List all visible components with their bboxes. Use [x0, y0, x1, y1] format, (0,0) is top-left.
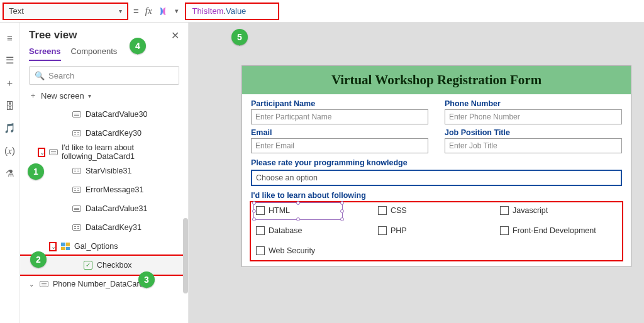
tree-node-learn-datacard[interactable]: ⌄I'd like to learn about following_DataC… [20, 143, 188, 162]
placeholder-text: Enter Email [255, 141, 294, 150]
checkbox-box-icon [378, 206, 387, 215]
close-icon[interactable]: ✕ [171, 30, 179, 41]
placeholder-text: Enter Phone Number [449, 112, 520, 121]
tree-node[interactable]: StarVisible31 [20, 162, 188, 180]
checkbox-box-icon [256, 226, 265, 235]
callout-4: 4 [130, 38, 146, 54]
learn-about-label: I'd like to learn about following [251, 191, 622, 200]
chevron-down-icon[interactable]: ⌄ [49, 242, 57, 251]
tree-node[interactable]: ⌄Phone Number_DataCard1 [20, 275, 188, 293]
checkbox-label: CSS [391, 206, 407, 215]
fx-icon[interactable]: fx [144, 6, 153, 16]
checkbox-websecurity[interactable]: Web Security [256, 246, 373, 255]
job-title-input[interactable]: Enter Job Title [445, 138, 622, 153]
chevron-down-icon[interactable]: ▾ [172, 7, 181, 15]
checkbox-php[interactable]: PHP [378, 226, 495, 235]
participant-name-label: Participant Name [251, 99, 428, 108]
search-icon: 🔍 [35, 71, 45, 80]
media-icon[interactable]: 🎵 [4, 123, 16, 134]
tree-node[interactable]: DataCardValue31 [20, 199, 188, 218]
rate-knowledge-label: Please rate your programming knowledge [251, 158, 622, 167]
left-rail: ≡ ☰ ＋ 🗄 🎵 (𝑥) ⚗ [0, 23, 20, 323]
callout-2: 2 [30, 251, 47, 268]
phone-number-label: Phone Number [445, 99, 622, 108]
email-input[interactable]: Enter Email [251, 138, 428, 153]
placeholder-text: Enter Job Title [449, 141, 497, 150]
tree-node[interactable]: ErrorMessage31 [20, 180, 188, 199]
tree-node-label: DataCardKey30 [86, 129, 142, 138]
tree-node-label: Checkbox [97, 261, 132, 270]
callout-1: 1 [28, 163, 44, 180]
checkbox-label: Web Security [269, 246, 315, 255]
registration-form: Virtual Workshop Registration Form Parti… [242, 65, 631, 267]
checkbox-label: Javascript [513, 206, 548, 215]
tree-node[interactable]: DataCardValue30 [20, 105, 188, 124]
checkbox-database[interactable]: Database [256, 226, 373, 235]
tree-view-panel: Tree view ✕ Screens Components 🔍 Search … [20, 23, 189, 323]
new-screen-label: New screen [41, 91, 84, 101]
tree-node-label: I'd like to learn about following_DataCa… [62, 143, 188, 161]
rate-knowledge-select[interactable]: Choose an option [251, 170, 622, 186]
tree-node-label: DataCardValue31 [86, 204, 147, 213]
equals-sign: = [132, 6, 140, 16]
learn-options-gallery: HTML CSS Javascript Database PHP Front-E… [251, 202, 622, 260]
checkbox-label: Database [269, 226, 303, 235]
chevron-down-icon[interactable]: ⌄ [28, 281, 35, 288]
placeholder-text: Enter Particpant Name [255, 112, 331, 121]
tree-node-label: Gal_Options [74, 242, 118, 251]
search-input[interactable]: 🔍 Search [29, 66, 179, 85]
variables-icon[interactable]: (𝑥) [4, 145, 15, 156]
tree-view-icon[interactable]: ☰ [6, 55, 14, 66]
checkbox-label: PHP [391, 226, 407, 235]
participant-name-input[interactable]: Enter Particpant Name [251, 109, 428, 124]
checkbox-label: Front-End Development [513, 226, 596, 235]
tree: DataCardValue30 DataCardKey30 ⌄I'd like … [20, 105, 188, 323]
formula-token-thisitem: ThisItem [192, 6, 224, 16]
tree-node-label: ErrorMessage31 [86, 185, 143, 194]
tree-node[interactable]: DataCardKey30 [20, 124, 188, 143]
checkbox-box-icon [256, 246, 265, 255]
hamburger-icon[interactable]: ≡ [7, 33, 13, 43]
job-title-label: Job Position Title [445, 128, 622, 137]
form-title: Virtual Workshop Registration Form [242, 66, 631, 94]
panel-title: Tree view [29, 29, 77, 41]
data-icon[interactable]: 🗄 [5, 101, 14, 111]
phone-number-input[interactable]: Enter Phone Number [445, 109, 622, 124]
formula-token-value: Value [226, 6, 246, 16]
tab-components[interactable]: Components [71, 47, 118, 61]
tests-icon[interactable]: ⚗ [6, 168, 14, 179]
insert-icon[interactable]: ＋ [5, 77, 14, 89]
checkbox-frontend[interactable]: Front-End Development [500, 226, 617, 235]
chevron-down-icon[interactable]: ⌄ [38, 148, 45, 157]
canvas: Virtual Workshop Registration Form Parti… [189, 23, 644, 323]
plus-icon: ＋ [29, 90, 37, 101]
property-dropdown-value: Text [9, 6, 24, 16]
callout-3: 3 [138, 271, 155, 288]
checkbox-box-icon [378, 226, 387, 235]
chevron-down-icon: ▾ [119, 8, 122, 14]
checkbox-css[interactable]: CSS [378, 206, 495, 215]
scrollbar[interactable] [183, 218, 188, 293]
tree-node-label: DataCardKey31 [86, 223, 142, 232]
tree-node-gal-options[interactable]: ⌄Gal_Options [20, 237, 188, 256]
tab-screens[interactable]: Screens [29, 47, 61, 61]
checkbox-html[interactable]: HTML [256, 206, 373, 215]
selection-frame [253, 202, 343, 220]
select-placeholder: Choose an option [256, 173, 318, 182]
search-placeholder: Search [48, 71, 74, 80]
copilot-icon[interactable] [157, 6, 169, 17]
tree-node[interactable]: DataCardKey31 [20, 218, 188, 237]
checkbox-javascript[interactable]: Javascript [500, 206, 617, 215]
formula-input[interactable]: ThisItem.Value [185, 3, 279, 20]
formula-bar: Text ▾ = fx ▾ ThisItem.Value [0, 0, 644, 23]
panel-tabs: Screens Components [20, 44, 188, 61]
checkbox-box-icon [500, 226, 509, 235]
tree-node-label: StarVisible31 [86, 167, 131, 175]
checkbox-box-icon [500, 206, 509, 215]
new-screen-button[interactable]: ＋ New screen ▾ [20, 89, 188, 105]
property-dropdown[interactable]: Text ▾ [3, 3, 128, 20]
tree-node-label: DataCardValue30 [86, 110, 147, 119]
chevron-down-icon: ▾ [88, 92, 91, 99]
email-label: Email [251, 128, 428, 137]
callout-5: 5 [231, 29, 248, 45]
